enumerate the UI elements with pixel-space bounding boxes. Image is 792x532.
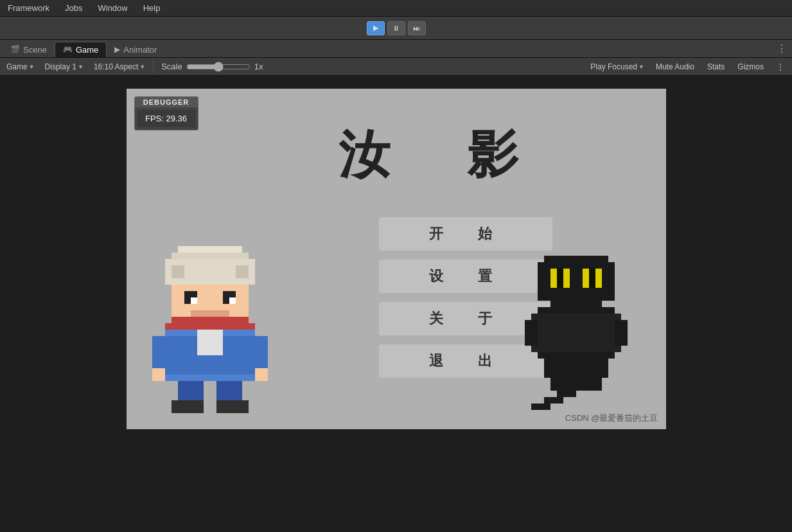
- debugger-title: DEBUGGER: [135, 97, 198, 107]
- svg-rect-1: [172, 253, 249, 259]
- pixel-character-left: [152, 230, 268, 429]
- main-toolbar: ▶ ⏸ ⏭: [0, 17, 792, 40]
- play-button[interactable]: ▶: [367, 21, 385, 35]
- svg-rect-35: [544, 359, 608, 378]
- step-button[interactable]: ⏭: [408, 21, 426, 35]
- display-label: Display 1: [45, 62, 76, 71]
- svg-rect-37: [557, 391, 576, 397]
- mute-audio-button[interactable]: Mute Audio: [651, 61, 700, 73]
- scene-icon: 🎬: [10, 45, 20, 54]
- svg-rect-32: [531, 314, 621, 352]
- svg-rect-34: [615, 320, 628, 346]
- scale-container: Scale 1x: [157, 62, 267, 72]
- svg-rect-10: [191, 310, 229, 317]
- tab-bar: 🎬 Scene 🎮 Game ▶ Animator ⋮: [0, 40, 792, 58]
- play-focused-arrow: ▼: [638, 64, 644, 70]
- pixel-creature-right: [525, 236, 628, 429]
- tab-scene-label: Scene: [23, 45, 47, 55]
- svg-rect-23: [216, 400, 249, 413]
- svg-rect-4: [236, 265, 249, 278]
- game-dropdown[interactable]: Game ▼: [3, 61, 39, 73]
- main-area: DEBUGGER FPS: 29.36 汝 影 开 始 设 置 关 于 退 出: [0, 76, 792, 532]
- game-icon: 🎮: [63, 45, 73, 54]
- stats-button[interactable]: Stats: [702, 61, 730, 73]
- svg-rect-33: [525, 320, 538, 346]
- scale-label: Scale: [161, 62, 182, 71]
- svg-rect-9: [229, 297, 236, 304]
- svg-rect-3: [172, 265, 184, 278]
- svg-rect-8: [191, 297, 197, 304]
- tab-game-label: Game: [76, 45, 98, 55]
- svg-rect-19: [255, 368, 268, 381]
- svg-rect-18: [152, 368, 165, 381]
- svg-rect-38: [544, 397, 563, 403]
- aspect-label: 16:10 Aspect: [94, 62, 138, 71]
- display-dropdown[interactable]: Display 1 ▼: [41, 61, 87, 73]
- svg-rect-30: [550, 301, 602, 307]
- svg-rect-39: [531, 403, 550, 410]
- menu-jobs[interactable]: Jobs: [62, 2, 85, 14]
- gizmos-button[interactable]: Gizmos: [732, 61, 769, 73]
- tab-animator-label: Animator: [123, 45, 157, 55]
- scale-value: 1x: [254, 62, 263, 71]
- watermark: CSDN @最爱番茄的土豆: [565, 412, 658, 424]
- tab-more-button[interactable]: ⋮: [771, 40, 792, 57]
- svg-rect-16: [152, 336, 165, 368]
- game-title: 汝 影: [339, 121, 531, 190]
- game-viewport: DEBUGGER FPS: 29.36 汝 影 开 始 设 置 关 于 退 出: [127, 89, 666, 429]
- animator-icon: ▶: [114, 45, 120, 54]
- menu-window[interactable]: Window: [95, 2, 130, 14]
- pause-button[interactable]: ⏸: [387, 21, 405, 35]
- tab-animator[interactable]: ▶ Animator: [107, 42, 164, 57]
- tab-scene[interactable]: 🎬 Scene: [3, 42, 55, 57]
- game-toolbar: Game ▼ Display 1 ▼ 16:10 Aspect ▼ Scale …: [0, 58, 792, 76]
- toolbar-separator-1: [153, 61, 154, 73]
- display-dropdown-arrow: ▼: [78, 64, 84, 70]
- scale-slider[interactable]: [186, 62, 251, 72]
- svg-rect-25: [538, 262, 615, 301]
- svg-rect-28: [557, 269, 563, 288]
- aspect-dropdown[interactable]: 16:10 Aspect ▼: [90, 61, 149, 73]
- tab-game[interactable]: 🎮 Game: [55, 42, 107, 57]
- aspect-dropdown-arrow: ▼: [139, 64, 145, 70]
- svg-rect-36: [550, 378, 602, 391]
- menu-help[interactable]: Help: [141, 2, 163, 14]
- svg-rect-24: [544, 256, 608, 262]
- menu-bar: Framework Jobs Window Help: [0, 0, 792, 17]
- more-options-button[interactable]: ⋮: [771, 61, 789, 73]
- svg-rect-0: [178, 246, 242, 253]
- game-dropdown-arrow: ▼: [29, 64, 35, 70]
- play-focused-label: Play Focused: [590, 62, 637, 71]
- svg-rect-15: [197, 330, 223, 355]
- debugger-fps: FPS: 29.36: [137, 110, 195, 127]
- debugger-box: DEBUGGER FPS: 29.36: [134, 96, 198, 130]
- svg-rect-29: [589, 269, 595, 288]
- game-label: Game: [6, 62, 28, 71]
- menu-framework[interactable]: Framework: [5, 2, 52, 14]
- svg-rect-22: [172, 400, 204, 413]
- play-focused-dropdown[interactable]: Play Focused ▼: [586, 61, 648, 73]
- svg-rect-17: [255, 336, 268, 368]
